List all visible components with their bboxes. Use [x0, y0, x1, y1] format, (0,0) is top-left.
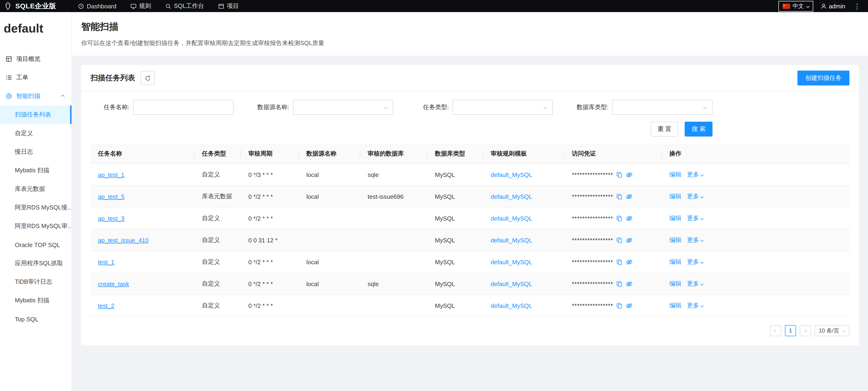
rule-template-link[interactable]: default_MySQL — [491, 302, 532, 309]
sidebar-subitem-custom[interactable]: 自定义 — [0, 124, 71, 143]
chevron-down-icon — [384, 106, 388, 109]
rule-template-link[interactable]: default_MySQL — [491, 193, 532, 200]
column-header-task-name: 任务名称 — [91, 144, 194, 164]
logo[interactable]: SQLE企业版 — [4, 2, 78, 10]
more-link[interactable]: 更多 — [687, 192, 703, 201]
eye-invisible-icon[interactable] — [626, 259, 633, 265]
task-type-select[interactable] — [453, 100, 553, 115]
more-label: 更多 — [687, 279, 699, 288]
more-link[interactable]: 更多 — [687, 171, 703, 179]
pagination-next-button[interactable] — [800, 325, 811, 336]
credential-masked: **************** — [572, 259, 613, 265]
copy-icon[interactable] — [616, 259, 622, 265]
sidebar-item-project-overview[interactable]: 项目概览 — [0, 50, 71, 68]
more-menu-icon[interactable]: ⋮ — [853, 3, 862, 9]
task-type-cell: 自定义 — [194, 273, 241, 295]
task-name-link[interactable]: create_task — [98, 280, 129, 287]
rule-template-link[interactable]: default_MySQL — [491, 280, 532, 287]
sidebar-subitem-top-sql[interactable]: Top SQL — [0, 310, 71, 328]
task-name-link[interactable]: ap_test_5 — [98, 193, 124, 200]
refresh-button[interactable] — [141, 71, 155, 85]
sidebar-subitem-slow-log[interactable]: 慢日志 — [0, 143, 71, 161]
nav-item-label: 规则 — [139, 2, 151, 10]
sidebar-subitem-schema-meta[interactable]: 库表元数据 — [0, 180, 71, 198]
sql-workbench-icon — [165, 3, 171, 9]
edit-link[interactable]: 编辑 — [669, 258, 681, 266]
scan-task-card: 扫描任务列表 创建扫描任务 任务名称: 数据源名称: — [81, 65, 859, 345]
eye-invisible-icon[interactable] — [626, 302, 633, 309]
sqle-app: SQLE企业版 Dashboard 规则 SQL工作台 项目 中文 — [0, 0, 868, 391]
rule-template-link[interactable]: default_MySQL — [491, 171, 532, 178]
nav-item-dashboard[interactable]: Dashboard — [78, 3, 116, 9]
sidebar-item-workorder[interactable]: 工单 — [0, 68, 71, 87]
copy-icon[interactable] — [616, 303, 622, 308]
more-link[interactable]: 更多 — [687, 236, 703, 244]
filter-db-type: 数据库类型: — [569, 100, 713, 115]
sidebar-subitem-app-sql-capture[interactable]: 应用程序SQL抓取 — [0, 254, 71, 273]
more-link[interactable]: 更多 — [687, 279, 703, 288]
rule-template-link[interactable]: default_MySQL — [491, 237, 532, 244]
rule-template-link[interactable]: default_MySQL — [491, 259, 532, 265]
datasource-cell: local — [299, 273, 360, 295]
task-type-cell: 自定义 — [194, 295, 241, 317]
user-icon — [820, 3, 827, 9]
sidebar-subitem-oracle-top-sql[interactable]: Oracle TOP SQL — [0, 235, 71, 254]
more-link[interactable]: 更多 — [687, 214, 703, 222]
edit-link[interactable]: 编辑 — [669, 214, 681, 222]
copy-icon[interactable] — [616, 215, 622, 221]
database-cell: test-issue696 — [360, 185, 428, 207]
nav-item-rules[interactable]: 规则 — [130, 2, 151, 10]
task-name-link[interactable]: ap_test_issue_410 — [98, 237, 149, 244]
column-header-credential: 访问凭证 — [564, 144, 662, 164]
sidebar-subitem-label: 慢日志 — [15, 148, 33, 156]
create-scan-task-button[interactable]: 创建扫描任务 — [798, 70, 849, 85]
task-name-link[interactable]: test_1 — [98, 259, 115, 265]
edit-link[interactable]: 编辑 — [669, 236, 681, 244]
eye-invisible-icon[interactable] — [626, 171, 633, 178]
task-name-link[interactable]: test_2 — [98, 302, 115, 309]
nav-item-sql-workbench[interactable]: SQL工作台 — [165, 2, 204, 10]
datasource-cell: local — [299, 251, 360, 273]
copy-icon[interactable] — [616, 237, 622, 243]
rule-template-link[interactable]: default_MySQL — [491, 215, 532, 222]
user-menu[interactable]: admin — [820, 3, 845, 9]
search-button[interactable]: 搜 索 — [685, 122, 713, 137]
edit-link[interactable]: 编辑 — [669, 171, 681, 179]
reset-button[interactable]: 重 置 — [651, 122, 678, 137]
eye-invisible-icon[interactable] — [626, 280, 633, 287]
page-size-select[interactable]: 10 条/页 — [815, 325, 849, 336]
pagination-page-1[interactable]: 1 — [785, 325, 796, 336]
sidebar-subitem-ali-rds-mysql-audit[interactable]: 阿里RDS MySQL审... — [0, 217, 71, 235]
edit-link[interactable]: 编辑 — [669, 301, 681, 310]
edit-link[interactable]: 编辑 — [669, 192, 681, 201]
copy-icon[interactable] — [616, 281, 622, 287]
sidebar-item-smart-scan[interactable]: 智能扫描 — [0, 87, 71, 106]
sidebar-subitem-tidb-audit-log[interactable]: TiDB审计日志 — [0, 273, 71, 291]
sidebar-subitem-mybatis-scan-2[interactable]: Mybatis 扫描 — [0, 291, 71, 310]
chevron-down-icon — [701, 195, 704, 198]
card-title: 扫描任务列表 — [91, 73, 135, 83]
datasource-select[interactable] — [293, 100, 393, 115]
db-type-select[interactable] — [612, 100, 713, 115]
sidebar-subitem-mybatis-scan[interactable]: Mybatis 扫描 — [0, 161, 71, 180]
datasource-cell: local — [299, 185, 360, 207]
edit-link[interactable]: 编辑 — [669, 279, 681, 288]
task-name-link[interactable]: ap_test_1 — [98, 171, 124, 178]
copy-icon[interactable] — [616, 193, 622, 200]
language-selector[interactable]: 中文 — [778, 1, 813, 11]
eye-invisible-icon[interactable] — [626, 193, 633, 200]
database-cell: sqle — [360, 273, 428, 295]
more-link[interactable]: 更多 — [687, 258, 703, 266]
page-description: 你可以在这个查看/创建智能扫描任务，并配置审核周期去定期生成审核报告来检测SQL… — [81, 39, 859, 48]
pagination-prev-button[interactable] — [770, 325, 781, 336]
task-name-link[interactable]: ap_test_3 — [98, 215, 124, 222]
task-name-input[interactable] — [133, 100, 234, 115]
more-link[interactable]: 更多 — [687, 301, 703, 310]
task-type-cell: 库表元数据 — [194, 185, 241, 207]
copy-icon[interactable] — [616, 172, 622, 178]
sidebar-subitem-ali-rds-mysql-slow[interactable]: 阿里RDS MySQL慢... — [0, 198, 71, 217]
eye-invisible-icon[interactable] — [626, 237, 633, 244]
nav-item-projects[interactable]: 项目 — [218, 2, 239, 10]
eye-invisible-icon[interactable] — [626, 215, 633, 222]
sidebar-subitem-scan-task-list[interactable]: 扫描任务列表 — [0, 106, 71, 124]
